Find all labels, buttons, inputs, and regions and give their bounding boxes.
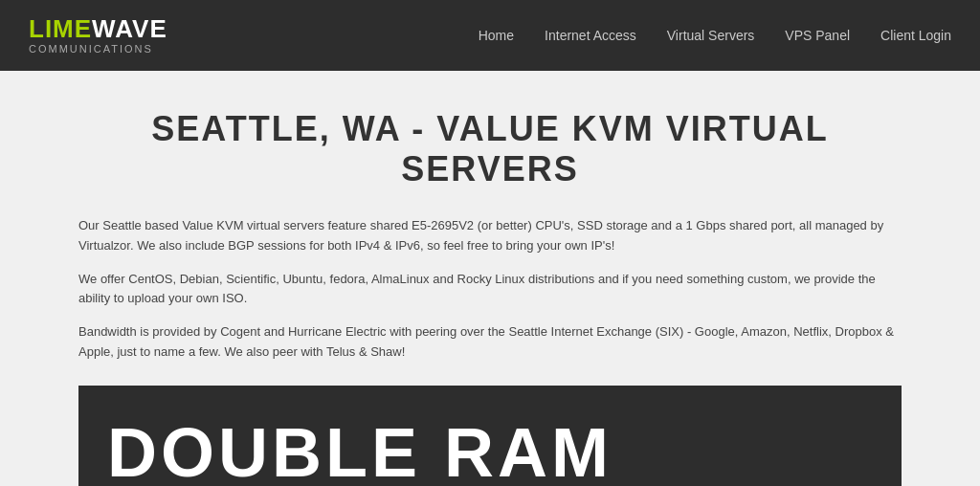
nav-item-vps-panel[interactable]: VPS Panel bbox=[785, 27, 850, 44]
logo-sub: Communications bbox=[29, 43, 167, 55]
nav-link-client-login[interactable]: Client Login bbox=[880, 28, 951, 43]
nav-link-home[interactable]: Home bbox=[479, 28, 514, 43]
paragraph-3: Bandwidth is provided by Cogent and Hurr… bbox=[78, 322, 902, 363]
nav-links: Home Internet Access Virtual Servers VPS… bbox=[479, 27, 951, 44]
nav-item-client-login[interactable]: Client Login bbox=[880, 27, 951, 44]
main-content: SEATTLE, WA - VALUE KVM VIRTUAL SERVERS … bbox=[59, 71, 921, 486]
logo-text: LIMEWAVE bbox=[29, 16, 167, 41]
nav-link-vps-panel[interactable]: VPS Panel bbox=[785, 28, 850, 43]
paragraph-2: We offer CentOS, Debian, Scientific, Ubu… bbox=[78, 270, 902, 310]
promo-main-text: DOUBLE RAM bbox=[107, 418, 873, 486]
nav-item-internet-access[interactable]: Internet Access bbox=[545, 27, 636, 44]
logo-wave: WAVE bbox=[92, 14, 167, 43]
nav-item-home[interactable]: Home bbox=[479, 27, 514, 44]
nav-item-virtual-servers[interactable]: Virtual Servers bbox=[667, 27, 755, 44]
description: Our Seattle based Value KVM virtual serv… bbox=[78, 216, 902, 363]
navbar: LIMEWAVE Communications Home Internet Ac… bbox=[0, 0, 980, 71]
page-title: SEATTLE, WA - VALUE KVM VIRTUAL SERVERS bbox=[78, 109, 902, 189]
paragraph-1: Our Seattle based Value KVM virtual serv… bbox=[78, 216, 902, 256]
promo-banner: DOUBLE RAM ON ALL KVM E5 VALUE PLANS LIM… bbox=[78, 386, 902, 486]
nav-link-virtual-servers[interactable]: Virtual Servers bbox=[667, 28, 755, 43]
nav-link-internet-access[interactable]: Internet Access bbox=[545, 28, 636, 43]
logo: LIMEWAVE Communications bbox=[29, 16, 167, 55]
logo-lime: LIME bbox=[29, 14, 92, 43]
